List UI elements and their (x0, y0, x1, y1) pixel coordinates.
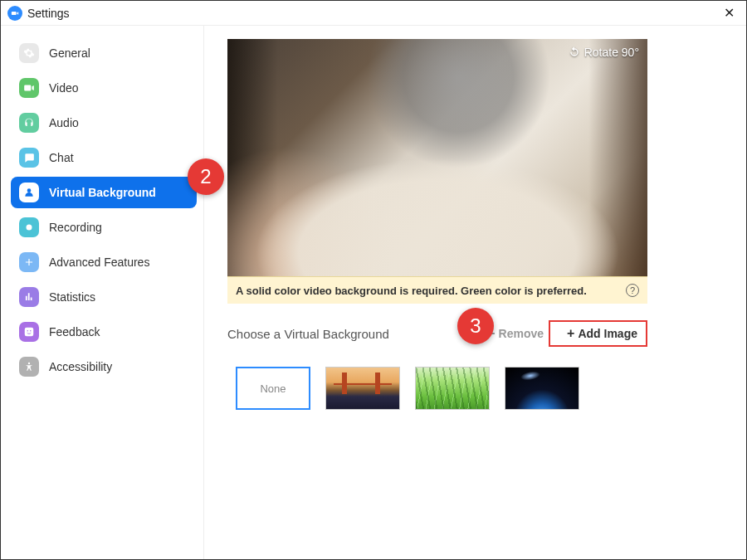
annotation-callout-2: 2 (188, 158, 224, 195)
sidebar-label: Video (49, 81, 79, 95)
thumb-none-label: None (260, 382, 286, 395)
background-thumbnails: None (227, 358, 647, 418)
sidebar-item-recording[interactable]: Recording (11, 212, 197, 243)
svg-point-4 (28, 363, 30, 364)
sidebar-item-advanced-features[interactable]: Advanced Features (11, 246, 197, 278)
svg-point-2 (27, 330, 28, 332)
sidebar-item-video[interactable]: Video (11, 72, 197, 104)
sidebar-item-virtual-background[interactable]: Virtual Background (11, 177, 197, 208)
settings-sidebar: General Video Audio Chat Virtual Backgro… (1, 26, 204, 560)
accessibility-icon (19, 357, 39, 377)
sidebar-label: Audio (49, 116, 79, 129)
sidebar-label: Virtual Background (49, 186, 156, 199)
help-icon[interactable]: ? (626, 284, 639, 297)
video-icon (19, 78, 39, 98)
headphones-icon (19, 113, 39, 133)
thumb-none[interactable]: None (236, 367, 310, 410)
warning-text: A solid color video background is requir… (236, 285, 587, 297)
close-button[interactable]: ✕ (719, 5, 740, 21)
sidebar-item-statistics[interactable]: Statistics (11, 281, 197, 313)
rotate-button[interactable]: Rotate 90° (568, 46, 639, 59)
gear-icon (19, 43, 39, 63)
plus-icon (19, 252, 39, 272)
svg-point-3 (30, 330, 32, 332)
sidebar-item-general[interactable]: General (11, 37, 197, 69)
sidebar-label: Recording (49, 221, 102, 234)
remove-label: Remove (499, 327, 544, 340)
chat-icon (19, 148, 39, 168)
sidebar-item-chat[interactable]: Chat (11, 142, 197, 173)
window-title: Settings (27, 7, 70, 20)
add-image-button[interactable]: + Add Image (559, 322, 646, 345)
bar-chart-icon (19, 287, 39, 307)
sidebar-label: General (49, 46, 90, 60)
plus-icon: + (567, 328, 574, 339)
add-image-label: Add Image (578, 327, 637, 340)
sidebar-item-accessibility[interactable]: Accessibility (11, 351, 197, 382)
rotate-label: Rotate 90° (584, 46, 639, 59)
sidebar-label: Statistics (49, 290, 95, 304)
sidebar-label: Feedback (49, 325, 100, 338)
sidebar-label: Advanced Features (49, 256, 149, 269)
sidebar-label: Accessibility (49, 360, 112, 373)
record-icon (19, 217, 39, 237)
sidebar-item-audio[interactable]: Audio (11, 107, 197, 139)
user-background-icon (19, 183, 39, 202)
thumb-earth[interactable] (505, 367, 579, 410)
app-icon (7, 6, 22, 21)
thumb-grass[interactable] (415, 367, 490, 410)
titlebar: Settings ✕ (1, 1, 746, 26)
sidebar-item-feedback[interactable]: Feedback (11, 316, 197, 348)
svg-rect-1 (25, 328, 34, 337)
annotation-callout-3: 3 (457, 308, 494, 344)
main-panel: Rotate 90° A solid color video backgroun… (204, 26, 746, 560)
video-preview: Rotate 90° (227, 39, 647, 276)
smile-icon (19, 322, 39, 342)
rotate-icon (568, 46, 581, 59)
svg-point-0 (27, 225, 32, 231)
warning-banner: A solid color video background is requir… (227, 276, 647, 304)
sidebar-label: Chat (49, 151, 74, 164)
thumb-golden-gate[interactable] (325, 367, 400, 410)
choose-background-label: Choose a Virtual Background (227, 327, 389, 341)
